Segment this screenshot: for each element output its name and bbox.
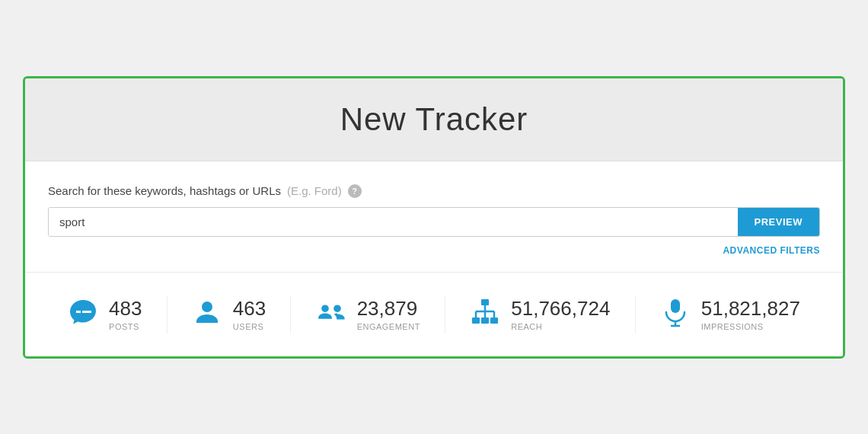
stat-info-engagement: 23,879 ENGAGEMENT	[357, 297, 420, 331]
advanced-filters-row: ADVANCED FILTERS	[48, 243, 820, 257]
stat-item-reach: 51,766,724 REACH	[470, 297, 610, 332]
stat-label-engagement: ENGAGEMENT	[357, 322, 420, 331]
stat-label-reach: REACH	[511, 322, 610, 331]
stat-value-posts: 483	[109, 297, 142, 321]
chat-icon	[68, 297, 98, 332]
divider-2	[290, 295, 291, 333]
help-icon[interactable]: ?	[348, 184, 362, 198]
stat-item-posts: 483 POSTS	[68, 297, 142, 332]
preview-button[interactable]: PREVIEW	[738, 208, 819, 236]
svg-rect-3	[481, 299, 489, 305]
svg-rect-12	[671, 299, 680, 313]
group-icon	[316, 297, 346, 332]
search-hint: (E.g. Ford)	[287, 184, 342, 197]
stat-info-reach: 51,766,724 REACH	[511, 297, 610, 331]
user-icon	[192, 297, 222, 332]
stat-value-engagement: 23,879	[357, 297, 420, 321]
search-label: Search for these keywords, hashtags or U…	[48, 184, 281, 197]
svg-rect-5	[481, 318, 489, 324]
microphone-icon	[660, 297, 691, 332]
page-title: New Tracker	[40, 101, 828, 138]
svg-point-0	[202, 302, 212, 312]
stat-label-impressions: IMPRESSIONS	[701, 322, 800, 331]
svg-rect-6	[490, 318, 498, 324]
header-section: New Tracker	[25, 78, 843, 161]
divider-1	[167, 295, 168, 333]
divider-3	[445, 295, 445, 333]
svg-point-2	[333, 305, 341, 312]
stat-item-users: 463 USERS	[192, 297, 266, 332]
search-input[interactable]	[49, 208, 738, 236]
advanced-filters-link[interactable]: ADVANCED FILTERS	[723, 245, 820, 256]
stat-label-users: USERS	[233, 322, 266, 331]
stat-label-posts: POSTS	[109, 322, 142, 331]
main-container: New Tracker Search for these keywords, h…	[23, 76, 845, 359]
hierarchy-icon	[470, 297, 500, 332]
stat-info-users: 463 USERS	[233, 297, 266, 331]
svg-point-1	[321, 305, 329, 312]
stats-section: 483 POSTS 463 USERS	[25, 273, 843, 356]
svg-rect-4	[472, 318, 480, 324]
divider-4	[635, 295, 636, 333]
stat-info-posts: 483 POSTS	[109, 297, 142, 331]
stat-value-reach: 51,766,724	[511, 297, 610, 321]
stat-item-impressions: 51,821,827 IMPRESSIONS	[660, 297, 800, 332]
stat-value-users: 463	[233, 297, 266, 321]
stat-value-impressions: 51,821,827	[701, 297, 800, 321]
stat-item-engagement: 23,879 ENGAGEMENT	[316, 297, 420, 332]
search-label-row: Search for these keywords, hashtags or U…	[48, 184, 820, 198]
stat-info-impressions: 51,821,827 IMPRESSIONS	[701, 297, 800, 331]
search-section: Search for these keywords, hashtags or U…	[25, 161, 843, 273]
search-input-row: PREVIEW	[48, 207, 820, 237]
